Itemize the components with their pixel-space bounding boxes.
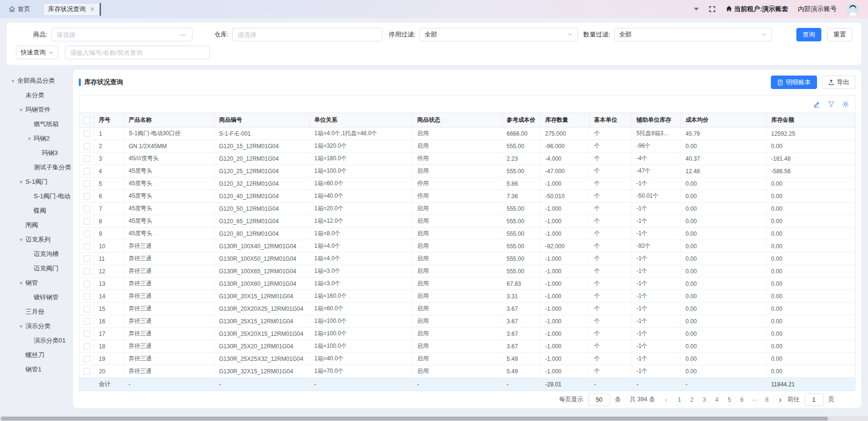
page-number[interactable]: 6 [736, 396, 748, 403]
row-checkbox[interactable] [84, 268, 90, 275]
filter-icon[interactable] [828, 101, 835, 108]
goto-page-input[interactable] [805, 394, 824, 406]
tree-item[interactable]: ▼ 演示分类01 [0, 333, 73, 348]
page-number[interactable]: 4 [711, 396, 723, 403]
tree-item[interactable]: ▼ S-1阀门-电动 [0, 189, 73, 204]
row-checkbox[interactable] [84, 205, 90, 212]
tree-item[interactable]: ▼ 迈克系列 [0, 232, 73, 247]
row-checkbox[interactable] [84, 168, 90, 175]
tree-expand-icon[interactable]: ▼ [18, 179, 25, 185]
tree-item[interactable]: ▼ 燃气纸箱 [0, 117, 73, 131]
row-checkbox[interactable] [84, 293, 90, 300]
table-row[interactable]: 18 异径三通 G130R_25X20_12RM01G04 1箱=100.0个 … [79, 340, 855, 353]
row-checkbox[interactable] [84, 130, 90, 137]
tree-item[interactable]: ▼ 演示分类 [0, 319, 73, 333]
select-all-checkbox[interactable] [84, 117, 90, 124]
detail-ledger-button[interactable]: 明细账本 [771, 76, 817, 89]
row-checkbox[interactable] [84, 368, 90, 375]
prev-page-icon[interactable]: ‹ [664, 395, 668, 404]
table-row[interactable]: 14 异径三通 G130R_20X15_12RM01G04 1箱=160.0个 … [79, 290, 855, 303]
quick-query-dropdown[interactable]: 快速查询 [16, 46, 58, 59]
table-row[interactable]: 12 异径三通 G130R_100X65_12RM01G04 1箱=3.0个 启… [79, 265, 855, 278]
tree-item[interactable]: ▼ 玛钢管件 [0, 102, 73, 117]
row-checkbox[interactable] [84, 343, 90, 350]
row-checkbox[interactable] [84, 155, 90, 162]
row-checkbox[interactable] [84, 331, 90, 337]
product-input[interactable] [57, 31, 178, 38]
fullscreen-icon[interactable] [708, 5, 716, 13]
row-checkbox[interactable] [84, 230, 90, 237]
quick-query-field[interactable] [65, 46, 210, 59]
query-button[interactable]: 查询 [796, 28, 821, 41]
page-number[interactable]: 8 [761, 396, 773, 403]
page-number[interactable]: 2 [686, 396, 698, 403]
row-checkbox[interactable] [84, 243, 90, 250]
tree-expand-icon[interactable]: ▼ [26, 136, 33, 141]
tab-close-icon[interactable]: ✕ [90, 6, 95, 12]
tree-item[interactable]: ▼ S-1阀门 [0, 175, 73, 189]
tree-item[interactable]: ▼ 钢管 [0, 276, 73, 290]
table-row[interactable]: 2 GN 1/2X45MM G120_15_12RM01G04 1箱=320.0… [79, 140, 855, 153]
tree-item[interactable]: ▼ 镀锌钢管 [0, 290, 73, 305]
row-checkbox[interactable] [84, 143, 90, 150]
table-row[interactable]: 10 异径三通 G130R_100X40_12RM01G04 1箱=4.0个 启… [79, 240, 855, 253]
row-checkbox[interactable] [84, 318, 90, 325]
warehouse-input[interactable] [238, 31, 377, 38]
tree-item[interactable]: ▼ 未分类 [0, 88, 73, 102]
tree-expand-icon[interactable]: ▼ [18, 107, 25, 113]
row-checkbox[interactable] [84, 255, 90, 262]
tree-item[interactable]: ▼ 全部商品分类 [0, 74, 73, 88]
tree-item[interactable]: ▼ 蝶阀 [0, 204, 73, 218]
row-checkbox[interactable] [84, 193, 90, 200]
per-page-input[interactable] [588, 394, 610, 406]
tree-item[interactable]: ▼ 玛钢3 [0, 146, 73, 160]
horizontal-scrollbar-thumb[interactable] [1, 417, 828, 421]
disabled-filter-select[interactable]: 全部 [419, 28, 578, 41]
tree-item[interactable]: ▼ 迈克阀门 [0, 261, 73, 276]
tree-expand-icon[interactable]: ▼ [10, 78, 16, 84]
tree-item[interactable]: ▼ 钢管1 [0, 362, 73, 377]
tree-expand-icon[interactable]: ▼ [18, 281, 25, 286]
product-select[interactable]: ⋯ [51, 28, 192, 41]
warehouse-select[interactable] [232, 28, 382, 41]
qty-filter-select[interactable]: 全部 [614, 28, 772, 41]
table-row[interactable]: 6 45度弯头 G120_40_12RM01G04 1箱=40.0个 停用 7.… [79, 190, 855, 203]
row-checkbox[interactable] [84, 180, 90, 187]
tree-item[interactable]: ▼ 闸阀 [0, 218, 73, 232]
table-row[interactable]: 5 45度弯头 G120_32_12RM01G04 1箱=60.0个 停用 5.… [79, 178, 855, 190]
tree-item[interactable]: ▼ 迈克沟槽 [0, 247, 73, 261]
page-number[interactable]: 5 [723, 396, 736, 403]
tree-expand-icon[interactable]: ▼ [18, 237, 25, 242]
table-row[interactable]: 11 异径三通 G130R_100X50_12RM01G04 1箱=4.0个 启… [79, 253, 855, 265]
reset-button[interactable]: 重置 [827, 28, 852, 41]
quick-query-input[interactable] [70, 49, 204, 56]
more-icon[interactable]: ⋯ [180, 31, 187, 38]
tree-item[interactable]: ▼ 玛钢2 [0, 131, 73, 146]
next-page-icon[interactable]: › [778, 395, 783, 404]
table-row[interactable]: 20 异径三通 G130R_32X15_12RM01G04 1箱=70.0个 启… [79, 365, 855, 378]
table-row[interactable]: 8 45度弯头 G120_65_12RM01G04 1箱=12.0个 启用 55… [79, 215, 855, 228]
tree-expand-icon[interactable]: ▼ [18, 324, 25, 329]
tree-item[interactable]: ▼ 螺丝刀 [0, 348, 73, 362]
table-row[interactable]: 3 45////度弯头 G120_20_12RM01G04 1箱=180.0个 … [79, 153, 855, 165]
tree-item[interactable]: ▼ 三月份 [0, 305, 73, 319]
edit-icon[interactable] [813, 101, 820, 108]
export-button[interactable]: 导出 [822, 76, 855, 89]
table-row[interactable]: 16 异径三通 G130R_25X15_12RM01G04 1箱=100.0个 … [79, 315, 855, 328]
table-row[interactable]: 15 异径三通 G130R_20X20X25_12RM01G04 1箱=60.0… [79, 303, 855, 315]
row-checkbox[interactable] [84, 281, 90, 287]
table-row[interactable]: 17 异径三通 G130R_25X20X15_12RM01G04 1箱=100.… [79, 328, 855, 340]
table-row[interactable]: 1 S-1阀门-电动30口径 S-1-F-E-001 1箱=4.0个,1托盘=4… [79, 128, 855, 140]
page-number[interactable]: 3 [698, 396, 711, 403]
page-number[interactable]: 1 [673, 396, 686, 403]
row-checkbox[interactable] [84, 306, 90, 312]
table-row[interactable]: 19 异径三通 G130R_25X25X32_12RM01G04 1箱=40.0… [79, 353, 855, 365]
table-row[interactable]: 7 45度弯头 G120_50_12RM01G04 1箱=20.0个 启用 55… [79, 203, 855, 215]
page-number[interactable]: ··· [748, 396, 761, 403]
tree-item[interactable]: ▼ 测试子集分类 [0, 160, 73, 175]
account-name[interactable]: 内部演示账号 [798, 5, 837, 13]
settings-icon[interactable] [842, 101, 849, 108]
row-checkbox[interactable] [84, 218, 90, 225]
table-row[interactable]: 4 45度弯头 G120_25_12RM01G04 1箱=100.0个 启用 5… [79, 165, 855, 178]
table-row[interactable]: 9 45度弯头 G120_80_12RM01G04 1箱=8.0个 启用 555… [79, 228, 855, 240]
